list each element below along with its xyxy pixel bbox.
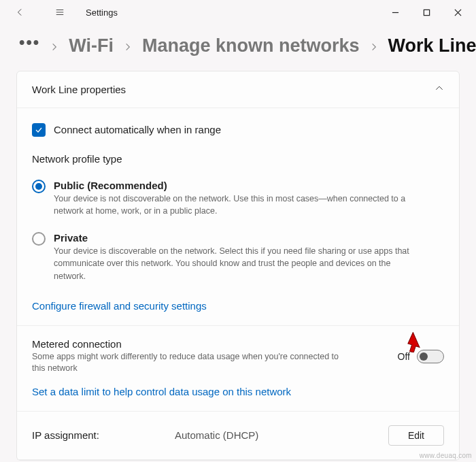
ip-assignment-row: IP assignment: Automatic (DHCP) Edit bbox=[32, 412, 444, 459]
divider bbox=[17, 459, 459, 460]
ip-edit-button[interactable]: Edit bbox=[388, 425, 444, 446]
radio-private[interactable]: Private Your device is discoverable on t… bbox=[32, 227, 444, 291]
breadcrumb-current: Work Line bbox=[388, 35, 476, 56]
firewall-link[interactable]: Configure firewall and security settings bbox=[32, 292, 444, 325]
metered-title: Metered connection bbox=[32, 338, 352, 350]
radio-public-title: Public (Recommended) bbox=[54, 180, 424, 191]
profile-type-title: Network profile type bbox=[32, 146, 444, 174]
menu-button[interactable] bbox=[46, 2, 73, 22]
auto-connect-label: Connect automatically when in range bbox=[54, 123, 221, 135]
radio-public-desc: Your device is not discoverable on the n… bbox=[54, 193, 424, 217]
card-header[interactable]: Work Line properties bbox=[17, 71, 459, 108]
maximize-button[interactable] bbox=[411, 2, 442, 22]
radio-public-control[interactable] bbox=[32, 180, 46, 193]
close-button[interactable] bbox=[442, 2, 473, 22]
card-header-title: Work Line properties bbox=[32, 84, 126, 95]
breadcrumb-manage[interactable]: Manage known networks bbox=[142, 35, 360, 56]
radio-public[interactable]: Public (Recommended) Your device is not … bbox=[32, 174, 444, 227]
chevron-up-icon bbox=[435, 84, 444, 95]
breadcrumb: ••• Wi-Fi Manage known networks Work Lin… bbox=[0, 24, 476, 71]
datalimit-link[interactable]: Set a data limit to help control data us… bbox=[32, 378, 444, 411]
radio-private-desc: Your device is discoverable on the netwo… bbox=[54, 245, 424, 282]
auto-connect-row[interactable]: Connect automatically when in range bbox=[32, 114, 444, 146]
breadcrumb-wifi[interactable]: Wi-Fi bbox=[69, 35, 114, 56]
svg-rect-0 bbox=[424, 10, 429, 15]
metered-desc: Some apps might work differently to redu… bbox=[32, 351, 352, 375]
minimize-button[interactable] bbox=[379, 2, 411, 22]
chevron-right-icon bbox=[369, 35, 379, 56]
back-button[interactable] bbox=[7, 2, 34, 22]
breadcrumb-ellipsis[interactable]: ••• bbox=[19, 33, 40, 59]
titlebar: Settings bbox=[0, 0, 476, 24]
ip-assignment-label: IP assignment: bbox=[32, 429, 175, 441]
metered-toggle[interactable] bbox=[417, 350, 444, 363]
watermark: www.deuaq.com bbox=[420, 452, 472, 459]
metered-row: Metered connection Some apps might work … bbox=[32, 326, 444, 378]
ip-assignment-value: Automatic (DHCP) bbox=[175, 429, 388, 441]
chevron-right-icon bbox=[50, 35, 59, 56]
properties-card: Work Line properties Connect automatical… bbox=[16, 71, 460, 461]
app-title: Settings bbox=[86, 7, 118, 18]
radio-private-title: Private bbox=[54, 232, 424, 244]
radio-private-control[interactable] bbox=[32, 232, 46, 246]
auto-connect-checkbox[interactable] bbox=[32, 123, 46, 137]
chevron-right-icon bbox=[123, 35, 133, 56]
